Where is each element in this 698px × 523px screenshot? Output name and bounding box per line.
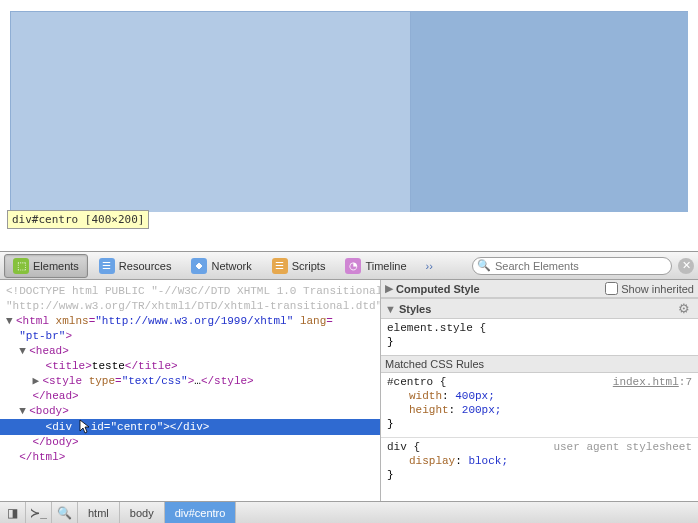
elements-icon: ⬚ bbox=[13, 258, 29, 274]
panes: <!DOCTYPE html PUBLIC "-//W3C//DTD XHTML… bbox=[0, 280, 698, 501]
statusbar: ◨ ≻_ 🔍 html body div#centro bbox=[0, 501, 698, 523]
tab-network[interactable]: Network bbox=[182, 254, 260, 278]
breadcrumb-body[interactable]: body bbox=[120, 502, 165, 524]
ua-stylesheet-label: user agent stylesheet bbox=[553, 440, 692, 454]
styles-sidebar: ▶ Computed Style Show inherited ▼ Styles… bbox=[380, 280, 698, 501]
tab-resources[interactable]: ☰ Resources bbox=[90, 254, 181, 278]
tab-elements[interactable]: ⬚ Elements bbox=[4, 254, 88, 278]
chevron-down-icon: ▼ bbox=[385, 303, 396, 315]
scripts-icon: ☰ bbox=[272, 258, 288, 274]
inspect-button[interactable]: 🔍 bbox=[52, 502, 78, 524]
expand-arrow-icon[interactable]: ▼ bbox=[19, 344, 29, 359]
styles-header[interactable]: ▼ Styles ⚙ bbox=[381, 298, 698, 319]
dom-node-body-close[interactable]: </body> bbox=[6, 435, 374, 450]
tabs-overflow-button[interactable]: ›› bbox=[418, 260, 441, 272]
expand-arrow-icon[interactable]: ▼ bbox=[6, 314, 16, 329]
highlighted-element-box bbox=[11, 12, 411, 212]
tab-label: Scripts bbox=[292, 260, 326, 272]
page-preview bbox=[10, 11, 688, 211]
tab-timeline[interactable]: ◔ Timeline bbox=[336, 254, 415, 278]
devtools-window: ⬚ Elements ☰ Resources Network ☰ Scripts… bbox=[0, 251, 698, 523]
breadcrumb-centro[interactable]: div#centro bbox=[165, 502, 237, 524]
dom-node-html-close[interactable]: </html> bbox=[6, 450, 374, 465]
chevron-right-icon: ▶ bbox=[385, 282, 393, 295]
tab-label: Elements bbox=[33, 260, 79, 272]
dom-node-head-close[interactable]: </head> bbox=[6, 389, 374, 404]
dom-node-html[interactable]: ▼<html xmlns="http://www.w3.org/1999/xht… bbox=[6, 314, 374, 329]
show-inherited-toggle[interactable]: Show inherited bbox=[605, 282, 694, 295]
section-title: Styles bbox=[399, 303, 431, 315]
search-box[interactable]: 🔍 bbox=[472, 257, 672, 275]
css-prop-display[interactable]: display: block; bbox=[387, 454, 692, 468]
tab-label: Timeline bbox=[365, 260, 406, 272]
css-rule-div-ua[interactable]: user agent stylesheet div { display: blo… bbox=[381, 437, 698, 488]
element-style-rule[interactable]: element.style { } bbox=[381, 319, 698, 355]
resources-icon: ☰ bbox=[99, 258, 115, 274]
css-prop-height[interactable]: height: 200px; bbox=[387, 403, 692, 417]
search-area: 🔍 ✕ bbox=[472, 257, 694, 275]
tab-label: Resources bbox=[119, 260, 172, 272]
element-dimensions-tooltip: div#centro [400×200] bbox=[7, 210, 149, 229]
css-prop-width[interactable]: width: 400px; bbox=[387, 389, 692, 403]
tab-scripts[interactable]: ☰ Scripts bbox=[263, 254, 335, 278]
computed-style-header[interactable]: ▶ Computed Style Show inherited bbox=[381, 280, 698, 298]
doctype-line: "http://www.w3.org/TR/xhtml1/DTD/xhtml1-… bbox=[6, 299, 374, 314]
css-rule-centro[interactable]: index.html:7 #centro { width: 400px; hei… bbox=[381, 373, 698, 437]
devtools-toolbar: ⬚ Elements ☰ Resources Network ☰ Scripts… bbox=[0, 252, 698, 280]
timeline-icon: ◔ bbox=[345, 258, 361, 274]
search-input[interactable] bbox=[495, 260, 655, 272]
console-button[interactable]: ≻_ bbox=[26, 502, 52, 524]
matched-rules-header: Matched CSS Rules bbox=[381, 355, 698, 373]
dom-node-selected[interactable]: <div id="centro"></div> bbox=[0, 419, 380, 435]
clear-search-button[interactable]: ✕ bbox=[678, 258, 694, 274]
dom-node-head[interactable]: ▼<head> bbox=[6, 344, 374, 359]
dom-tree-pane[interactable]: <!DOCTYPE html PUBLIC "-//W3C//DTD XHTML… bbox=[0, 280, 380, 501]
dom-node-style[interactable]: ▶<style type="text/css">…</style> bbox=[6, 374, 374, 389]
tab-label: Network bbox=[211, 260, 251, 272]
network-icon bbox=[191, 258, 207, 274]
dom-node-body[interactable]: ▼<body> bbox=[6, 404, 374, 419]
expand-arrow-icon[interactable]: ▶ bbox=[32, 374, 42, 389]
section-title: Matched CSS Rules bbox=[385, 358, 484, 370]
gear-icon[interactable]: ⚙ bbox=[674, 301, 694, 316]
rule-source-link[interactable]: index.html:7 bbox=[613, 375, 692, 389]
expand-arrow-icon[interactable]: ▼ bbox=[19, 404, 29, 419]
dock-button[interactable]: ◨ bbox=[0, 502, 26, 524]
dom-node-title[interactable]: <title>teste</title> bbox=[6, 359, 374, 374]
dom-node-html-cont: "pt-br"> bbox=[6, 329, 374, 344]
doctype-line: <!DOCTYPE html PUBLIC "-//W3C//DTD XHTML… bbox=[6, 284, 374, 299]
breadcrumb-html[interactable]: html bbox=[78, 502, 120, 524]
preview-background bbox=[411, 12, 688, 212]
show-inherited-checkbox[interactable] bbox=[605, 282, 618, 295]
mouse-cursor-icon bbox=[79, 419, 91, 433]
section-title: Computed Style bbox=[396, 283, 480, 295]
search-icon: 🔍 bbox=[477, 259, 491, 272]
